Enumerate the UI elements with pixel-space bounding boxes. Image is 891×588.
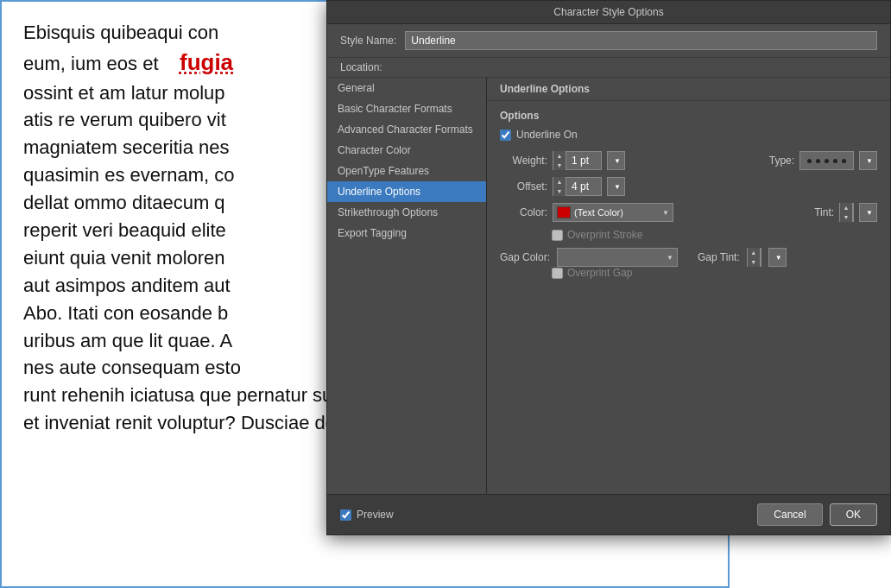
overprint-gap-checkbox[interactable] bbox=[552, 268, 563, 279]
dialog-footer: Preview Cancel OK bbox=[327, 494, 890, 534]
gap-color-dropdown-arrow: ▼ bbox=[667, 254, 673, 262]
overprint-stroke-row: Overprint Stroke bbox=[552, 229, 877, 241]
dot-5 bbox=[842, 159, 846, 163]
weight-up-arrow[interactable]: ▲ bbox=[553, 151, 566, 161]
offset-dropdown[interactable] bbox=[607, 177, 625, 196]
highlighted-word: fugia bbox=[180, 49, 233, 75]
cancel-button[interactable]: Cancel bbox=[757, 503, 822, 526]
color-row: Color: (Text Color) ▼ Tint: ▲ ▼ bbox=[500, 203, 877, 222]
weight-label: Weight: bbox=[500, 155, 547, 167]
gap-tint-arrows[interactable]: ▲ ▼ bbox=[748, 248, 761, 267]
options-label: Options bbox=[500, 110, 877, 122]
color-field-group: Color: (Text Color) ▼ bbox=[500, 203, 673, 222]
nav-item-character-color[interactable]: Character Color bbox=[327, 140, 486, 161]
footer-buttons: Cancel OK bbox=[757, 503, 877, 526]
tint-dropdown[interactable] bbox=[859, 203, 877, 222]
gap-tint-spinner[interactable]: ▲ ▼ bbox=[747, 248, 761, 267]
offset-row: Offset: ▲ ▼ 4 pt bbox=[500, 177, 877, 196]
ok-button[interactable]: OK bbox=[830, 503, 877, 526]
nav-item-basic-character-formats[interactable]: Basic Character Formats bbox=[327, 98, 486, 119]
nav-panel: General Basic Character Formats Advanced… bbox=[327, 78, 487, 494]
tint-arrows[interactable]: ▲ ▼ bbox=[840, 203, 853, 222]
tint-up-arrow[interactable]: ▲ bbox=[840, 203, 852, 212]
color-swatch bbox=[557, 206, 571, 218]
preview-check-group: Preview bbox=[340, 509, 394, 521]
weight-down-arrow[interactable]: ▼ bbox=[553, 161, 566, 170]
nav-item-underline-options[interactable]: Underline Options bbox=[327, 181, 486, 202]
gap-tint-up-arrow[interactable]: ▲ bbox=[748, 248, 760, 257]
style-name-input[interactable] bbox=[405, 31, 877, 50]
dialog-title: Character Style Options bbox=[553, 6, 663, 18]
color-dropdown[interactable]: (Text Color) ▼ bbox=[553, 203, 673, 222]
overprint-stroke-checkbox[interactable] bbox=[552, 230, 563, 241]
style-name-row: Style Name: bbox=[327, 24, 890, 58]
nav-item-advanced-character-formats[interactable]: Advanced Character Formats bbox=[327, 119, 486, 140]
dialog-body: General Basic Character Formats Advanced… bbox=[327, 78, 890, 494]
nav-item-strikethrough-options[interactable]: Strikethrough Options bbox=[327, 202, 486, 223]
underline-on-label: Underline On bbox=[516, 129, 578, 141]
offset-label: Offset: bbox=[500, 180, 547, 193]
options-area: Options Underline On Weight: ▲ ▼ bbox=[487, 101, 890, 494]
weight-arrows[interactable]: ▲ ▼ bbox=[553, 151, 566, 170]
nav-item-export-tagging[interactable]: Export Tagging bbox=[327, 223, 486, 243]
gap-tint-label: Gap Tint: bbox=[698, 251, 740, 263]
weight-spinner[interactable]: ▲ ▼ 1 pt bbox=[553, 151, 602, 170]
overprint-gap-label: Overprint Gap bbox=[567, 267, 632, 279]
offset-down-arrow[interactable]: ▼ bbox=[553, 187, 566, 196]
location-label: Location: bbox=[340, 61, 382, 73]
nav-item-opentype-features[interactable]: OpenType Features bbox=[327, 161, 486, 181]
gap-color-label: Gap Color: bbox=[500, 251, 550, 263]
color-dropdown-arrow: ▼ bbox=[662, 209, 669, 217]
offset-up-arrow[interactable]: ▲ bbox=[553, 177, 566, 187]
weight-value: 1 pt bbox=[566, 155, 601, 167]
weight-type-row: Weight: ▲ ▼ 1 pt Type: bbox=[500, 151, 877, 170]
type-dropdown[interactable] bbox=[859, 151, 877, 170]
tint-label: Tint: bbox=[814, 206, 834, 218]
preview-label: Preview bbox=[357, 509, 394, 521]
dot-2 bbox=[816, 159, 820, 163]
content-panel: Underline Options Options Underline On W… bbox=[487, 78, 890, 494]
gap-color-row: Gap Color: ▼ Gap Tint: ▲ ▼ bbox=[500, 248, 877, 267]
overprint-gap-row: Overprint Gap bbox=[552, 267, 877, 279]
overprint-stroke-label: Overprint Stroke bbox=[567, 229, 642, 241]
weight-field-group: Weight: ▲ ▼ 1 pt bbox=[500, 151, 625, 170]
underline-on-checkbox[interactable] bbox=[500, 130, 511, 141]
dot-1 bbox=[807, 159, 812, 163]
dot-3 bbox=[825, 159, 829, 163]
offset-field-group: Offset: ▲ ▼ 4 pt bbox=[500, 177, 625, 196]
color-value: (Text Color) bbox=[574, 207, 659, 218]
tint-spinner[interactable]: ▲ ▼ bbox=[839, 203, 854, 222]
section-header: Underline Options bbox=[487, 78, 890, 101]
style-name-label: Style Name: bbox=[340, 35, 396, 47]
color-label: Color: bbox=[500, 206, 547, 218]
tint-field-group: Tint: ▲ ▼ bbox=[814, 203, 877, 222]
weight-dropdown[interactable] bbox=[607, 151, 625, 170]
preview-checkbox[interactable] bbox=[340, 509, 351, 521]
type-field-group: Type: bbox=[769, 151, 877, 170]
gap-tint-down-arrow[interactable]: ▼ bbox=[748, 257, 760, 267]
gap-tint-dropdown[interactable] bbox=[768, 248, 787, 267]
character-style-dialog: Character Style Options Style Name: Loca… bbox=[326, 0, 891, 535]
gap-color-dropdown[interactable]: ▼ bbox=[557, 248, 678, 267]
nav-item-general[interactable]: General bbox=[327, 78, 486, 98]
dialog-titlebar: Character Style Options bbox=[327, 1, 890, 24]
tint-down-arrow[interactable]: ▼ bbox=[840, 212, 852, 222]
dot-4 bbox=[833, 159, 837, 163]
type-dots-selector[interactable] bbox=[799, 151, 854, 170]
offset-value: 4 pt bbox=[566, 180, 601, 193]
offset-arrows[interactable]: ▲ ▼ bbox=[553, 177, 566, 196]
location-row: Location: bbox=[327, 58, 890, 78]
offset-spinner[interactable]: ▲ ▼ 4 pt bbox=[553, 177, 602, 196]
type-label: Type: bbox=[769, 155, 794, 167]
underline-on-row: Underline On bbox=[500, 129, 877, 141]
